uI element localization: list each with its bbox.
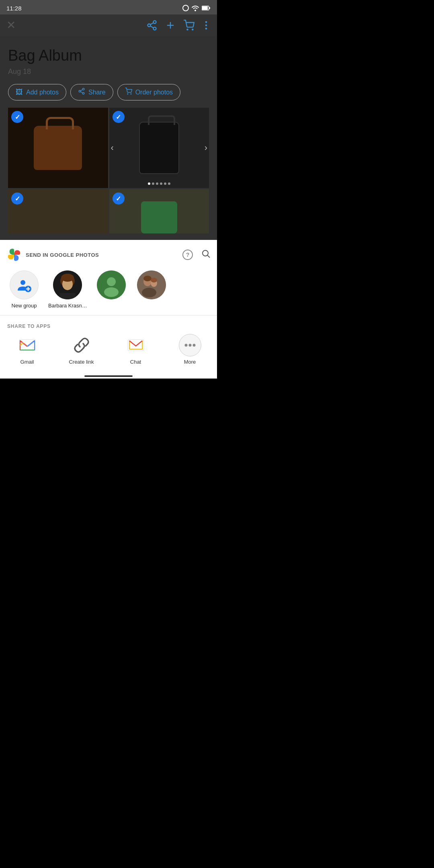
- svg-point-12: [205, 21, 207, 23]
- svg-point-24: [20, 280, 25, 285]
- barbara-label: Barbara Krasn…: [48, 303, 87, 309]
- check-badge-4: [113, 192, 125, 205]
- help-button[interactable]: ?: [182, 250, 193, 260]
- svg-point-41: [142, 288, 156, 297]
- add-photos-label: Add photos: [26, 89, 59, 96]
- unknown-contact-item[interactable]: [91, 270, 131, 309]
- selection-count: 4: [21, 19, 27, 31]
- more-item[interactable]: More: [174, 334, 206, 365]
- svg-point-22: [203, 250, 208, 256]
- svg-point-4: [148, 24, 151, 27]
- cart-button[interactable]: [183, 20, 194, 31]
- google-photos-logo: [6, 247, 22, 262]
- svg-point-52: [188, 344, 191, 347]
- chat-app-item[interactable]: Chat: [120, 334, 152, 365]
- svg-point-15: [82, 88, 84, 90]
- svg-rect-32: [59, 293, 76, 299]
- carousel-prev[interactable]: ‹: [111, 143, 114, 153]
- svg-rect-1: [202, 6, 208, 10]
- wifi-icon: [191, 5, 199, 11]
- share-album-button[interactable]: Share: [70, 84, 113, 100]
- svg-point-51: [184, 344, 187, 347]
- chat-label: Chat: [130, 359, 141, 365]
- share-apps-header: SHARE TO APPS: [0, 318, 217, 332]
- svg-line-7: [150, 23, 154, 25]
- svg-point-35: [104, 287, 119, 297]
- add-photos-icon: 🖼: [16, 88, 23, 96]
- add-photos-button[interactable]: 🖼 Add photos: [8, 84, 66, 100]
- gmail-app-item[interactable]: Gmail: [11, 334, 43, 365]
- svg-line-6: [150, 26, 154, 28]
- carousel-dot-6: [168, 182, 170, 185]
- create-link-item[interactable]: Create link: [66, 334, 98, 365]
- photo-cell-1[interactable]: [8, 108, 108, 188]
- create-link-label: Create link: [69, 359, 94, 365]
- photo-cell-2[interactable]: ‹ ›: [109, 108, 209, 188]
- svg-point-31: [61, 274, 74, 282]
- svg-point-16: [79, 90, 81, 92]
- gmail-label: Gmail: [20, 359, 34, 365]
- svg-point-14: [205, 27, 207, 29]
- svg-point-10: [187, 29, 188, 30]
- svg-point-53: [192, 344, 195, 347]
- google-photos-title: SEND IN GOOGLE PHOTOS: [26, 252, 178, 258]
- search-button[interactable]: [201, 249, 211, 261]
- google-photos-header: SEND IN GOOGLE PHOTOS ?: [0, 240, 217, 266]
- create-link-icon-wrap: [70, 334, 93, 356]
- carousel-dots: [148, 182, 170, 185]
- check-badge-3: [11, 192, 23, 205]
- add-person-icon: [16, 277, 32, 293]
- link-icon: [72, 336, 91, 355]
- new-group-item[interactable]: New group: [4, 270, 44, 309]
- carousel-dot-3: [156, 182, 158, 185]
- bag-brown-shape: [34, 126, 82, 170]
- share-apps-row: Gmail Create link: [0, 332, 217, 372]
- check-badge-2: [113, 111, 125, 123]
- carousel-next[interactable]: ›: [205, 143, 207, 153]
- svg-point-21: [131, 94, 131, 94]
- home-bar-line: [84, 375, 133, 377]
- svg-point-17: [82, 92, 84, 94]
- photo-cell-3[interactable]: [8, 189, 108, 233]
- share-button[interactable]: [146, 20, 158, 31]
- order-photos-button[interactable]: Order photos: [117, 84, 180, 100]
- svg-point-11: [192, 29, 193, 30]
- sync-icon: [182, 5, 189, 11]
- bag-green-shape: [141, 201, 177, 233]
- unknown-avatar: [97, 270, 126, 299]
- status-icons: [182, 5, 211, 11]
- status-time: 11:28: [6, 5, 22, 12]
- chat-icon-wrap: [125, 334, 147, 356]
- battery-icon: [202, 5, 211, 11]
- photo-bag-black: ‹ ›: [109, 108, 209, 188]
- more-label: More: [184, 359, 196, 365]
- bag-black-shape: [139, 122, 179, 174]
- chat-icon: [126, 336, 145, 355]
- svg-point-20: [127, 94, 128, 94]
- svg-point-5: [154, 27, 156, 30]
- close-button[interactable]: ✕: [6, 18, 16, 32]
- photo-cell-4[interactable]: [109, 189, 209, 233]
- status-bar: 11:28: [0, 0, 217, 14]
- svg-point-34: [107, 277, 116, 286]
- barbara-item[interactable]: Barbara Krasn…: [44, 270, 91, 309]
- add-button[interactable]: [165, 20, 176, 31]
- family-item[interactable]: [131, 270, 172, 309]
- svg-point-3: [154, 20, 156, 23]
- carousel-dot-1: [148, 182, 150, 185]
- action-bar: ✕ 4: [0, 14, 217, 36]
- contacts-row: New group Barbara Krasn…: [0, 266, 217, 313]
- unknown-avatar-svg: [97, 270, 126, 299]
- home-bar: [0, 372, 217, 379]
- new-group-avatar: [10, 270, 39, 299]
- album-title: Bag Album: [8, 47, 209, 64]
- svg-line-23: [208, 256, 210, 258]
- barbara-avatar: [53, 270, 82, 299]
- more-button[interactable]: [202, 20, 211, 31]
- photo-grid: ‹ ›: [8, 108, 209, 233]
- new-group-label: New group: [12, 303, 37, 309]
- gmail-icon: [18, 336, 37, 355]
- family-avatar: [137, 270, 166, 299]
- check-badge-1: [11, 111, 23, 123]
- svg-line-18: [80, 92, 82, 93]
